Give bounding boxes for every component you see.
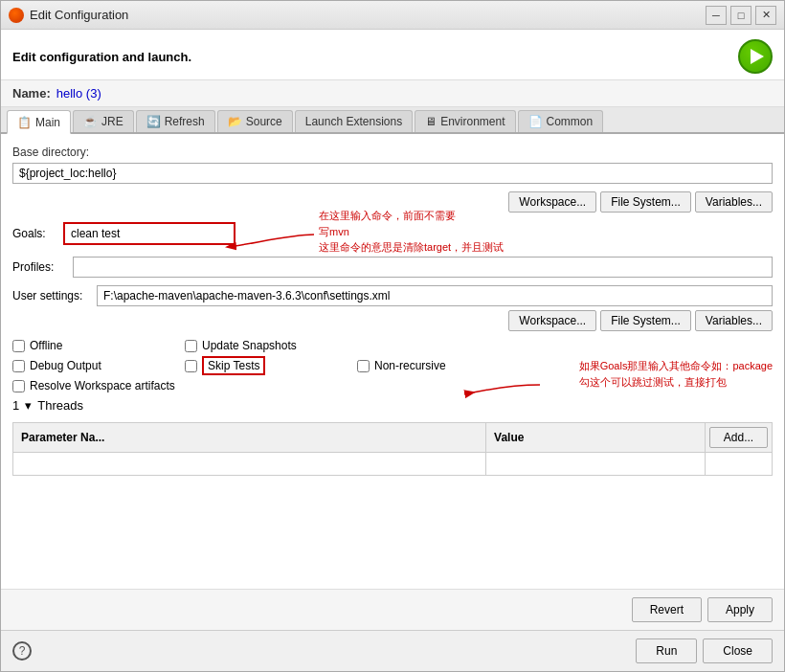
tab-source-icon: 📂 (228, 115, 242, 128)
debug-output-checkbox[interactable] (12, 360, 25, 372)
window-controls: ─ □ ✕ (706, 6, 776, 25)
window-title: Edit Configuration (30, 8, 700, 22)
goals-label: Goals: (12, 227, 56, 240)
skip-tests-checkbox-label[interactable]: Skip Tests (185, 356, 357, 375)
close-button-bottom[interactable]: Close (703, 638, 773, 663)
skip-tests-label: Skip Tests (202, 356, 265, 375)
base-dir-label: Base directory: (12, 146, 773, 159)
tab-source[interactable]: 📂 Source (217, 110, 293, 132)
offline-label: Offline (30, 339, 62, 352)
resolve-workspace-checkbox-label[interactable]: Resolve Workspace artifacts (12, 379, 185, 392)
tab-environment[interactable]: 🖥 Environment (415, 110, 515, 132)
base-dir-input[interactable] (12, 163, 773, 184)
non-recursive-checkbox-label[interactable]: Non-recursive (357, 356, 773, 375)
user-settings-input[interactable] (97, 285, 773, 306)
tab-jre[interactable]: ☕ JRE (73, 110, 134, 132)
app-icon (9, 8, 24, 23)
param-col-value: Value (486, 423, 706, 453)
tab-env-label: Environment (440, 115, 505, 128)
offline-checkbox[interactable] (12, 340, 25, 352)
tab-source-label: Source (246, 115, 282, 128)
user-settings-label: User settings: (12, 289, 89, 302)
non-recursive-label: Non-recursive (374, 359, 446, 372)
empty-cell-1 (13, 453, 486, 476)
offline-checkbox-label[interactable]: Offline (12, 339, 185, 352)
workspace-button-1[interactable]: Workspace... (508, 191, 596, 213)
debug-output-checkbox-label[interactable]: Debug Output (12, 356, 185, 375)
table-row-empty (13, 453, 773, 476)
param-col-name: Parameter Na... (13, 423, 486, 453)
maximize-button[interactable]: □ (730, 6, 751, 25)
tab-launch-ext-label: Launch Extensions (305, 115, 402, 128)
profiles-input[interactable] (73, 257, 773, 278)
add-button[interactable]: Add... (709, 427, 768, 448)
play-icon (751, 49, 764, 64)
threads-dropdown-icon: ▾ (25, 398, 32, 413)
goals-row: Goals: (12, 222, 773, 245)
revert-button[interactable]: Revert (632, 597, 702, 622)
tab-main-label: Main (35, 116, 60, 129)
header-title: Edit configuration and launch. (12, 50, 191, 64)
tab-env-icon: 🖥 (425, 115, 437, 128)
edit-configuration-window: Edit Configuration ─ □ ✕ Edit configurat… (0, 0, 785, 672)
minimize-button[interactable]: ─ (706, 6, 727, 25)
bottom-action-buttons: Run Close (636, 638, 773, 663)
workspace-button-2[interactable]: Workspace... (508, 310, 596, 331)
base-dir-buttons: Workspace... File System... Variables... (12, 191, 773, 213)
resolve-workspace-checkbox[interactable] (12, 380, 25, 392)
tab-jre-label: JRE (101, 115, 123, 128)
param-table-container: Parameter Na... Value Add... (12, 422, 773, 476)
bottom-bar: ? Run Close (1, 630, 784, 671)
profiles-row: Profiles: (12, 257, 773, 278)
tab-jre-icon: ☕ (83, 115, 98, 128)
apply-button[interactable]: Apply (707, 597, 773, 622)
tab-main[interactable]: 📋 Main (7, 110, 71, 134)
filesystem-button-1[interactable]: File System... (600, 191, 691, 213)
help-button[interactable]: ? (12, 641, 32, 661)
run-icon-button[interactable] (738, 39, 773, 74)
debug-output-label: Debug Output (30, 359, 101, 372)
main-panel: Base directory: Workspace... File System… (1, 134, 784, 589)
name-label: Name: (12, 86, 51, 101)
tab-bar: 📋 Main ☕ JRE 🔄 Refresh 📂 Source Launch E… (1, 107, 784, 134)
close-button[interactable]: ✕ (755, 6, 776, 25)
tab-common-icon: 📄 (528, 115, 543, 128)
tab-common-label: Common (547, 115, 594, 128)
tab-common[interactable]: 📄 Common (518, 110, 604, 132)
threads-row: 1 ▾ Threads (12, 398, 773, 413)
tab-refresh[interactable]: 🔄 Refresh (136, 110, 215, 132)
filesystem-button-2[interactable]: File System... (600, 310, 691, 331)
update-snapshots-checkbox[interactable] (185, 340, 197, 352)
user-settings-buttons: Workspace... File System... Variables... (12, 310, 773, 331)
user-settings-row: User settings: (12, 285, 773, 306)
goals-input[interactable] (63, 222, 236, 245)
tab-launch-ext[interactable]: Launch Extensions (295, 110, 413, 132)
header-section: Edit configuration and launch. (1, 30, 784, 80)
non-recursive-checkbox[interactable] (357, 360, 370, 372)
empty-cell-3 (706, 453, 773, 476)
footer-buttons: Revert Apply (1, 589, 784, 630)
update-snapshots-checkbox-label[interactable]: Update Snapshots (185, 339, 357, 352)
add-btn-cell: Add... (706, 423, 773, 453)
parameter-table: Parameter Na... Value Add... (12, 422, 773, 476)
tab-main-icon: 📋 (17, 116, 32, 129)
title-bar: Edit Configuration ─ □ ✕ (1, 1, 784, 30)
run-button[interactable]: Run (636, 638, 697, 663)
name-bar: Name: hello (3) (1, 80, 784, 107)
update-snapshots-label: Update Snapshots (202, 339, 297, 352)
skip-tests-checkbox[interactable] (185, 360, 197, 372)
name-value: hello (3) (56, 86, 101, 101)
variables-button-1[interactable]: Variables... (695, 191, 773, 213)
variables-button-2[interactable]: Variables... (695, 310, 773, 331)
tab-refresh-label: Refresh (165, 115, 205, 128)
profiles-label: Profiles: (12, 260, 65, 274)
resolve-workspace-label: Resolve Workspace artifacts (30, 379, 175, 392)
threads-number: 1 (12, 398, 19, 413)
empty-cell-2 (486, 453, 706, 476)
checkboxes-section: Offline Update Snapshots Debug Output Sk… (12, 339, 773, 392)
tab-refresh-icon: 🔄 (146, 115, 161, 128)
threads-label: Threads (37, 398, 83, 413)
